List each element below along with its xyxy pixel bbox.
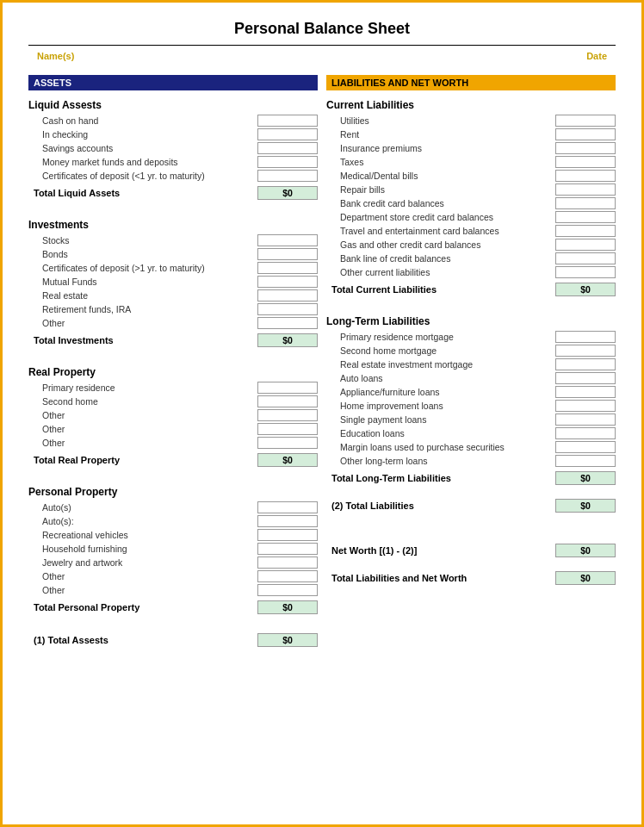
in-checking-input[interactable] <box>257 128 318 140</box>
net-worth-value: $0 <box>555 544 616 557</box>
list-item: Other current liabilities <box>326 265 616 279</box>
list-item: Other <box>28 316 318 330</box>
item-label: Mutual Funds <box>42 277 257 287</box>
retirement-input[interactable] <box>257 303 318 315</box>
cash-on-hand-input[interactable] <box>257 115 318 127</box>
appliance-input[interactable] <box>555 386 616 398</box>
list-item: Certificates of deposit (>1 yr. to matur… <box>28 261 318 275</box>
list-item: Primary residence mortgage <box>326 330 616 344</box>
name-label: Name(s) <box>37 51 74 61</box>
title-underline <box>28 45 616 46</box>
money-market-input[interactable] <box>257 156 318 168</box>
insurance-input[interactable] <box>555 142 616 154</box>
rent-input[interactable] <box>555 128 616 140</box>
other-investment-input[interactable] <box>257 317 318 329</box>
primary-residence-input[interactable] <box>257 382 318 394</box>
item-label: Appliance/furniture loans <box>340 387 555 397</box>
bank-line-input[interactable] <box>555 252 616 264</box>
real-property-total-value: $0 <box>257 453 318 467</box>
list-item: Auto(s) <box>28 501 318 514</box>
item-label: Single payment loans <box>340 414 555 425</box>
list-item: In checking <box>28 127 318 141</box>
list-item: Single payment loans <box>326 413 616 426</box>
auto-loans-input[interactable] <box>555 372 616 384</box>
item-label: Second home <box>42 396 257 407</box>
certificates-short-input[interactable] <box>257 170 318 182</box>
item-label: Education loans <box>340 428 555 438</box>
list-item: Other <box>28 436 318 450</box>
margin-loans-input[interactable] <box>555 441 616 453</box>
longterm-total-value: $0 <box>555 471 616 485</box>
other-longterm-input[interactable] <box>555 455 616 467</box>
list-item: Rent <box>326 127 616 141</box>
investments-total-value: $0 <box>257 333 318 347</box>
page: Personal Balance Sheet Name(s) Date ASSE… <box>0 0 644 827</box>
investments-title: Investments <box>28 219 318 231</box>
home-improvement-input[interactable] <box>555 400 616 412</box>
real-other3-input[interactable] <box>257 437 318 449</box>
item-label: Margin loans used to purchase securities <box>340 442 555 452</box>
real-property-total-label: Total Real Property <box>34 455 257 465</box>
net-worth-label: Net Worth [(1) - (2)] <box>331 545 555 556</box>
real-other1-input[interactable] <box>257 409 318 421</box>
single-payment-input[interactable] <box>555 414 616 426</box>
recreational-input[interactable] <box>257 529 318 541</box>
item-label: Certificates of deposit (>1 yr. to matur… <box>42 263 257 273</box>
list-item: Other <box>28 408 318 422</box>
primary-mortgage-input[interactable] <box>555 331 616 343</box>
list-item: Education loans <box>326 426 616 440</box>
list-item: Home improvement loans <box>326 399 616 413</box>
personal-other1-input[interactable] <box>257 570 318 582</box>
item-label: Home improvement loans <box>340 401 555 411</box>
repair-input[interactable] <box>555 183 616 196</box>
current-total-value: $0 <box>555 283 616 296</box>
list-item: Stocks <box>28 233 318 247</box>
list-item: Second home <box>28 395 318 408</box>
utilities-input[interactable] <box>555 115 616 127</box>
columns: ASSETS Liquid Assests Cash on hand In ch… <box>28 75 616 649</box>
item-label: Retirement funds, IRA <box>42 304 257 314</box>
total-liabilities-net-worth-label: Total Liabilities and Net Worth <box>331 573 555 583</box>
taxes-input[interactable] <box>555 156 616 168</box>
jewelry-input[interactable] <box>257 557 318 569</box>
item-label: Real estate investment mortgage <box>340 359 555 370</box>
second-mortgage-input[interactable] <box>555 345 616 357</box>
bank-cc-input[interactable] <box>555 197 616 209</box>
medical-input[interactable] <box>555 170 616 182</box>
auto2-input[interactable] <box>257 515 318 527</box>
item-label: Rent <box>340 129 555 140</box>
liquid-assets-title: Liquid Assests <box>28 99 318 111</box>
education-input[interactable] <box>555 427 616 439</box>
real-other2-input[interactable] <box>257 423 318 435</box>
second-home-input[interactable] <box>257 395 318 407</box>
item-label: Other <box>42 571 257 581</box>
savings-input[interactable] <box>257 142 318 154</box>
item-label: Taxes <box>340 157 555 167</box>
real-estate-input[interactable] <box>257 289 318 302</box>
travel-cc-input[interactable] <box>555 225 616 237</box>
investment-mortgage-input[interactable] <box>555 358 616 370</box>
personal-property-total-label: Total Personal Property <box>34 602 257 612</box>
liquid-total-row: Total Liquid Assets $0 <box>28 184 318 202</box>
total-liabilities-net-worth-row: Total Liabilities and Net Worth $0 <box>326 569 616 587</box>
list-item: Appliance/furniture loans <box>326 385 616 399</box>
item-label: Insurance premiums <box>340 143 555 153</box>
date-label: Date <box>586 51 607 61</box>
item-label: Bank line of credit balances <box>340 253 555 264</box>
gas-cc-input[interactable] <box>555 239 616 251</box>
dept-store-cc-input[interactable] <box>555 211 616 223</box>
total-liabilities-row: (2) Total Liabilities $0 <box>326 497 616 514</box>
certificates-long-input[interactable] <box>257 262 318 274</box>
mutual-funds-input[interactable] <box>257 276 318 288</box>
bonds-input[interactable] <box>257 248 318 260</box>
total-liabilities-net-worth-value: $0 <box>555 571 616 585</box>
auto1-input[interactable] <box>257 501 318 513</box>
list-item: Retirement funds, IRA <box>28 302 318 316</box>
other-current-input[interactable] <box>555 266 616 278</box>
item-label: Real estate <box>42 290 257 301</box>
personal-other2-input[interactable] <box>257 584 318 596</box>
liabilities-header: LIABILITIES AND NET WORTH <box>326 75 616 90</box>
stocks-input[interactable] <box>257 234 318 246</box>
investments-total-row: Total Investments $0 <box>28 332 318 349</box>
household-input[interactable] <box>257 543 318 555</box>
